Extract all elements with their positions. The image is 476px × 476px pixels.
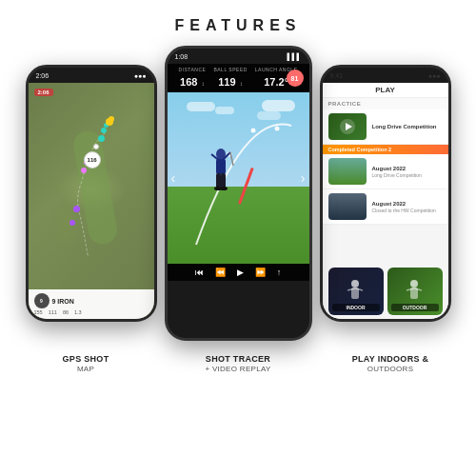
control-play[interactable]: ▶	[237, 268, 244, 277]
time-center: 1:08	[175, 53, 188, 60]
stat-smash: 1.3	[74, 309, 82, 315]
battery-center: ▌▌▌	[288, 53, 302, 60]
comp-thumb-1	[328, 158, 367, 185]
ball-unit: ↕	[240, 81, 243, 87]
angle-value: 17.2°	[264, 76, 288, 88]
control-prev[interactable]: ⏮	[195, 268, 204, 277]
label-tracer: SHOT TRACER + VIDEO REPLAY	[176, 354, 300, 373]
notch-center	[214, 49, 262, 62]
time-left: 2:06	[36, 72, 50, 79]
bottom-bar-gps: 9 9 IRON 155 111 86 1.3	[29, 289, 154, 319]
stat-club: 86	[63, 309, 69, 315]
tracer-stats-bar: DISTANCE 168 ↕ BALL SPEED 119 ↕ LAUNCH A…	[168, 64, 309, 92]
outdoor-person-icon	[403, 277, 426, 306]
comp1-sub: Long Drive Competition	[372, 172, 443, 178]
tracer-arc-svg	[168, 92, 309, 264]
signal-right: ●●●	[428, 72, 441, 79]
stat-ball-speed: BALL SPEED 119 ↕	[213, 67, 247, 89]
screen-play: PLAY PRACTICE	[323, 83, 448, 319]
label-play-line2: OUTDOORS	[328, 365, 452, 373]
phone-play: 9:41 ●●● PLAY PRACTICE	[320, 65, 451, 322]
outdoor-label: OUTDOOR	[391, 304, 439, 311]
thumb-outdoor[interactable]: OUTDOOR	[387, 268, 443, 315]
stat-ball: 111	[49, 309, 57, 315]
svg-rect-8	[216, 173, 221, 188]
shot-path-svg	[29, 83, 154, 319]
phone-gps: 2:06 ●●●	[26, 65, 157, 322]
svg-point-18	[410, 280, 418, 288]
center-badge: 81	[287, 69, 304, 87]
thumb-indoor[interactable]: INDOOR	[328, 268, 384, 315]
dist-unit: ↕	[202, 81, 205, 87]
svg-line-7	[230, 152, 233, 166]
comp2-sub: Closed to the HW Competition	[372, 208, 443, 213]
map-time: 2:06	[38, 89, 50, 95]
comp2-text: August 2022 Closed to the HW Competition	[372, 201, 443, 213]
comp-item-1[interactable]: August 2022 Long Drive Competition	[323, 154, 448, 189]
label-gps-line1: GPS SHOT	[24, 354, 148, 364]
club-number: 9	[40, 298, 43, 304]
comp-item-2[interactable]: August 2022 Closed to the HW Competition	[323, 189, 448, 225]
svg-point-2	[274, 127, 279, 131]
notch-right	[362, 68, 409, 81]
label-play-line1: PLAY INDOORS &	[328, 354, 452, 364]
gps-stats-row: 155 111 86 1.3	[34, 309, 149, 315]
svg-point-1	[250, 129, 255, 133]
practice-item[interactable]: Long Drive Competition	[323, 109, 448, 145]
ball-value: 119	[218, 76, 235, 88]
play-screen: PLAY PRACTICE	[323, 83, 448, 319]
practice-text: Long Drive Competition	[372, 124, 443, 130]
label-play: PLAY INDOORS & OUTDOORS	[328, 354, 452, 373]
play-title: PLAY	[375, 86, 395, 94]
control-share[interactable]: ↑	[277, 268, 282, 277]
page-title: FEATURES	[174, 17, 301, 34]
practice-title: Long Drive Competition	[372, 124, 443, 129]
competition-banner: Completed Competition 2	[323, 145, 448, 154]
phones-container: 2:06 ●●●	[0, 46, 476, 341]
practice-icon	[338, 117, 357, 136]
phone-tracer: 1:08 ▌▌▌ DISTANCE 168 ↕ BALL SPEED 119 ↕…	[165, 46, 312, 341]
svg-rect-9	[221, 173, 226, 188]
svg-point-14	[351, 280, 359, 288]
shot-dot-6	[109, 116, 114, 122]
label-tracer-line1: SHOT TRACER	[176, 354, 300, 364]
indoor-label: INDOOR	[332, 304, 380, 311]
control-forward[interactable]: ⏩	[255, 268, 266, 277]
badge-number: 81	[291, 75, 299, 82]
shot-dot-2	[98, 135, 105, 142]
control-rewind[interactable]: ⏪	[215, 268, 226, 277]
golfer-silhouette	[207, 147, 235, 204]
shot-dot-10	[69, 220, 75, 226]
signal-left: ●●●	[134, 72, 147, 79]
play-header: PLAY	[323, 83, 448, 98]
map-time-badge: 2:06	[34, 89, 53, 96]
comp1-text: August 2022 Long Drive Competition	[372, 166, 443, 178]
hole-number: 116	[88, 157, 97, 163]
notch-left	[68, 68, 115, 81]
svg-point-11	[220, 187, 228, 190]
video-nav-right[interactable]: ›	[301, 170, 306, 186]
tracer-video: ‹ ›	[168, 92, 309, 264]
competition-label: Completed Competition 2	[328, 147, 392, 152]
club-name: 9 IRON	[52, 298, 74, 305]
label-gps: GPS SHOT MAP	[24, 354, 148, 373]
stat-distance: DISTANCE 168 ↕	[179, 67, 207, 89]
comp-thumb-2	[328, 193, 367, 220]
time-right: 9:41	[330, 72, 344, 79]
shot-dot-9	[73, 206, 80, 212]
dist-value: 168	[180, 76, 197, 88]
label-tracer-line2: + VIDEO REPLAY	[176, 365, 300, 373]
labels-row: GPS SHOT MAP SHOT TRACER + VIDEO REPLAY …	[0, 354, 476, 373]
practice-label: PRACTICE	[323, 98, 448, 109]
comp2-title: August 2022	[372, 201, 443, 207]
screen-gps: 116 2:06 9 9 IRON 155 111	[29, 83, 154, 319]
gps-map: 116 2:06 9 9 IRON 155 111	[29, 83, 154, 319]
stat-dist: 155	[34, 309, 43, 315]
practice-thumb	[328, 113, 367, 140]
indoor-person-icon	[344, 277, 367, 306]
hole-badge: 116	[84, 151, 101, 169]
club-badge: 9	[34, 293, 50, 308]
video-controls: ⏮ ⏪ ▶ ⏩ ↑	[168, 264, 309, 281]
video-nav-left[interactable]: ‹	[171, 170, 176, 186]
bottom-thumbnails: INDOOR OUTDOOR	[323, 264, 448, 319]
